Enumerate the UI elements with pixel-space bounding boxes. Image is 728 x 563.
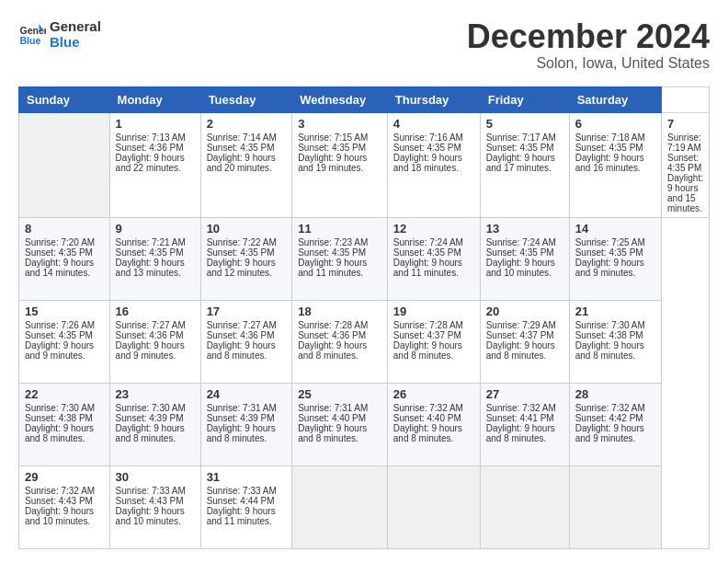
day-number: 25 (298, 387, 381, 401)
day-number: 10 (207, 222, 287, 236)
calendar-cell: 13Sunrise: 7:24 AMSunset: 4:35 PMDayligh… (480, 217, 569, 300)
sunset-text: Sunset: 4:36 PM (116, 143, 184, 153)
day-number: 29 (25, 470, 104, 484)
calendar-title: December 2024 (467, 18, 710, 55)
sunrise-text: Sunrise: 7:18 AM (575, 132, 645, 143)
calendar-cell: 2Sunrise: 7:14 AMSunset: 4:35 PMDaylight… (200, 112, 292, 217)
calendar-cell: 23Sunrise: 7:30 AMSunset: 4:39 PMDayligh… (109, 383, 200, 465)
sunrise-text: Sunrise: 7:33 AM (207, 486, 277, 496)
day-number: 1 (116, 117, 195, 131)
daylight-text: Daylight: 9 hours and 8 minutes. (207, 423, 276, 443)
weekday-header-friday: Friday (480, 86, 569, 112)
weekday-header-tuesday: Tuesday (200, 86, 292, 112)
day-number: 23 (116, 387, 195, 401)
sunset-text: Sunset: 4:35 PM (116, 247, 184, 258)
calendar-cell: 1Sunrise: 7:13 AMSunset: 4:36 PMDaylight… (109, 112, 200, 217)
weekday-header-wednesday: Wednesday (292, 86, 388, 112)
calendar-cell: 22Sunrise: 7:30 AMSunset: 4:38 PMDayligh… (19, 383, 110, 465)
daylight-text: Daylight: 9 hours and 9 minutes. (575, 423, 644, 443)
sunset-text: Sunset: 4:39 PM (116, 413, 184, 423)
sunset-text: Sunset: 4:42 PM (575, 413, 643, 423)
day-number: 26 (393, 387, 474, 401)
svg-text:Blue: Blue (20, 35, 41, 46)
sunset-text: Sunset: 4:35 PM (575, 143, 643, 153)
day-number: 16 (116, 304, 195, 318)
day-number: 18 (298, 304, 381, 318)
calendar-body: 1Sunrise: 7:13 AMSunset: 4:36 PMDaylight… (19, 112, 710, 548)
daylight-text: Daylight: 9 hours and 11 minutes. (393, 258, 462, 278)
sunset-text: Sunset: 4:35 PM (207, 143, 275, 153)
sunset-text: Sunset: 4:35 PM (667, 153, 701, 173)
sunset-text: Sunset: 4:36 PM (207, 330, 275, 340)
day-number: 24 (207, 387, 287, 401)
calendar-cell: 4Sunrise: 7:16 AMSunset: 4:35 PMDaylight… (387, 112, 480, 217)
sunset-text: Sunset: 4:35 PM (298, 247, 366, 258)
calendar-cell: 26Sunrise: 7:32 AMSunset: 4:40 PMDayligh… (387, 383, 480, 465)
title-area: December 2024 Solon, Iowa, United States (467, 18, 710, 72)
daylight-text: Daylight: 9 hours and 8 minutes. (25, 423, 94, 443)
sunset-text: Sunset: 4:43 PM (25, 496, 93, 506)
day-number: 2 (207, 117, 287, 131)
daylight-text: Daylight: 9 hours and 20 minutes. (207, 153, 276, 173)
logo: General Blue General Blue (18, 18, 101, 50)
day-number: 4 (393, 117, 474, 131)
calendar-cell: 12Sunrise: 7:24 AMSunset: 4:35 PMDayligh… (387, 217, 480, 300)
daylight-text: Daylight: 9 hours and 9 minutes. (25, 340, 94, 361)
daylight-text: Daylight: 9 hours and 9 minutes. (575, 258, 644, 278)
weekday-header-sunday: Sunday (19, 86, 110, 112)
day-number: 27 (486, 387, 563, 401)
day-number: 8 (25, 222, 104, 236)
sunset-text: Sunset: 4:35 PM (393, 143, 461, 153)
calendar-subtitle: Solon, Iowa, United States (467, 55, 710, 72)
sunset-text: Sunset: 4:40 PM (298, 413, 366, 423)
sunrise-text: Sunrise: 7:15 AM (298, 132, 368, 143)
sunrise-text: Sunrise: 7:16 AM (393, 132, 463, 143)
logo-general: General (50, 18, 101, 34)
sunset-text: Sunset: 4:41 PM (486, 413, 554, 423)
sunrise-text: Sunrise: 7:30 AM (575, 320, 645, 330)
day-number: 3 (298, 117, 381, 131)
calendar-cell: 31Sunrise: 7:33 AMSunset: 4:44 PMDayligh… (200, 465, 292, 548)
sunrise-text: Sunrise: 7:28 AM (298, 320, 368, 330)
sunset-text: Sunset: 4:35 PM (486, 143, 554, 153)
calendar-cell: 10Sunrise: 7:22 AMSunset: 4:35 PMDayligh… (200, 217, 292, 300)
calendar-cell: 27Sunrise: 7:32 AMSunset: 4:41 PMDayligh… (480, 383, 569, 465)
sunset-text: Sunset: 4:35 PM (575, 247, 643, 258)
sunrise-text: Sunrise: 7:24 AM (393, 237, 463, 247)
sunset-text: Sunset: 4:35 PM (298, 143, 366, 153)
sunrise-text: Sunrise: 7:24 AM (486, 237, 556, 247)
calendar-cell: 18Sunrise: 7:28 AMSunset: 4:36 PMDayligh… (292, 300, 388, 383)
day-number: 22 (25, 387, 104, 401)
day-number: 31 (207, 470, 287, 484)
daylight-text: Daylight: 9 hours and 8 minutes. (298, 340, 367, 361)
daylight-text: Daylight: 9 hours and 10 minutes. (25, 506, 94, 526)
sunset-text: Sunset: 4:36 PM (298, 330, 366, 340)
calendar-cell: 5Sunrise: 7:17 AMSunset: 4:35 PMDaylight… (480, 112, 569, 217)
sunrise-text: Sunrise: 7:13 AM (116, 132, 186, 143)
day-number: 17 (207, 304, 287, 318)
calendar-cell: 17Sunrise: 7:27 AMSunset: 4:36 PMDayligh… (200, 300, 292, 383)
daylight-text: Daylight: 9 hours and 8 minutes. (575, 340, 644, 361)
day-number: 12 (393, 222, 474, 236)
sunset-text: Sunset: 4:39 PM (207, 413, 275, 423)
calendar-week-2: 15Sunrise: 7:26 AMSunset: 4:35 PMDayligh… (19, 300, 710, 383)
daylight-text: Daylight: 9 hours and 16 minutes. (575, 153, 644, 173)
day-number: 13 (486, 222, 563, 236)
weekday-header-monday: Monday (109, 86, 200, 112)
sunrise-text: Sunrise: 7:33 AM (116, 486, 186, 496)
calendar-table: SundayMondayTuesdayWednesdayThursdayFrid… (18, 86, 710, 549)
calendar-cell (19, 112, 110, 217)
sunrise-text: Sunrise: 7:17 AM (486, 132, 556, 143)
calendar-cell: 15Sunrise: 7:26 AMSunset: 4:35 PMDayligh… (19, 300, 110, 383)
daylight-text: Daylight: 9 hours and 8 minutes. (486, 423, 555, 443)
daylight-text: Daylight: 9 hours and 12 minutes. (207, 258, 276, 278)
day-number: 28 (575, 387, 655, 401)
sunset-text: Sunset: 4:37 PM (393, 330, 461, 340)
calendar-cell: 11Sunrise: 7:23 AMSunset: 4:35 PMDayligh… (292, 217, 388, 300)
daylight-text: Daylight: 9 hours and 13 minutes. (116, 258, 185, 278)
day-number: 14 (575, 222, 655, 236)
daylight-text: Daylight: 9 hours and 22 minutes. (116, 153, 185, 173)
calendar-cell: 8Sunrise: 7:20 AMSunset: 4:35 PMDaylight… (19, 217, 110, 300)
weekday-header-thursday: Thursday (387, 86, 480, 112)
weekday-header-saturday: Saturday (569, 86, 661, 112)
